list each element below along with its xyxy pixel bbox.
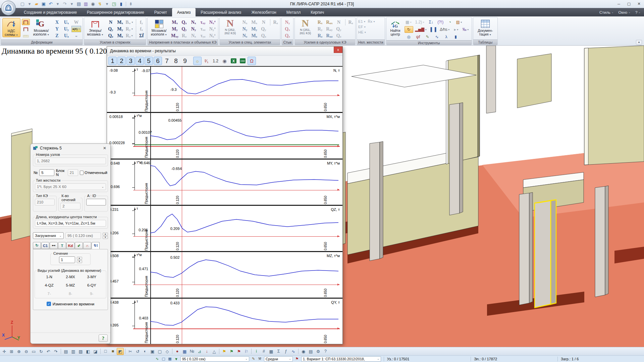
refresh-results-icon[interactable]: ↻ <box>405 26 413 33</box>
wall-small-top[interactable] <box>517 54 551 108</box>
help-button[interactable]: ? <box>99 335 108 342</box>
curve-toggle-1[interactable]: 1 <box>108 57 117 65</box>
highlight-curves-icon[interactable]: ☼ <box>193 57 202 65</box>
special-elements-forces-button[interactable]: NN (252,262 КЭ) <box>221 18 239 35</box>
fragment-cut-icon[interactable]: ✂ <box>127 348 134 355</box>
curve-toggle-9[interactable]: 9 <box>181 57 189 65</box>
force-button-nya[interactable]: Nya <box>208 26 217 32</box>
force-button-qx[interactable]: Qx <box>180 19 189 25</box>
e1-stiffness-button[interactable]: Е1▼ <box>358 19 366 23</box>
view-xz-icon[interactable]: ▥ <box>70 348 77 355</box>
ef-stiffness-button[interactable]: EF▼ <box>358 25 366 29</box>
nds-schemes-button[interactable]: НДСсхемы▼ <box>2 18 20 37</box>
force-button-z[interactable]: Z <box>53 33 61 39</box>
restore-fragment-icon[interactable]: ↺ <box>134 348 141 355</box>
force-button-ny[interactable]: Ny <box>283 19 292 25</box>
function-icon[interactable]: ƒ <box>282 348 289 355</box>
force-button-qz[interactable]: Qz <box>106 33 115 39</box>
force-button-qz[interactable]: Qz <box>259 33 268 39</box>
force-button-ny[interactable]: Ny <box>189 26 198 32</box>
force-button-rz[interactable]: Rz <box>270 19 279 25</box>
time-variation-checkbox[interactable]: ✓ <box>47 302 51 306</box>
view-iso-icon[interactable]: ◧ <box>85 348 92 355</box>
redo-dropdown-icon[interactable]: ▾ <box>69 1 75 7</box>
minimize-button[interactable]: ─ <box>614 1 624 7</box>
force-button-uz[interactable]: Uz <box>62 33 71 39</box>
tab-fork-icon[interactable]: ⇙ <box>75 242 83 249</box>
force-button-τxy[interactable]: τxy <box>199 19 207 25</box>
force-button-rz[interactable]: Rz <box>345 19 354 25</box>
wall-left[interactable] <box>11 131 32 241</box>
save-icon[interactable]: ▣ <box>41 1 47 7</box>
loadcase-select[interactable]: Загружения⌄ <box>33 232 64 239</box>
flag-yellow-icon[interactable]: ⚑ <box>221 348 228 355</box>
element-number-field[interactable]: 5 <box>39 169 54 176</box>
percent-icon[interactable]: ‰▼ <box>462 26 470 33</box>
histogram-icon[interactable]: ▂▅▇▼ <box>414 26 429 33</box>
view-yz-icon[interactable]: ▨ <box>77 348 84 355</box>
tab-kd-icon[interactable]: Kd <box>66 242 74 249</box>
curve-toggle-2[interactable]: 2 <box>117 57 126 65</box>
documentation-button[interactable]: Докумен-тация▼ <box>475 18 496 37</box>
force-button-qz[interactable]: Qz <box>334 33 343 39</box>
prev-view-icon[interactable]: ↶ <box>45 348 52 355</box>
mosaic-isofields-deform-button[interactable]: GМозаика/изополя▼ <box>31 18 51 37</box>
graph-icon[interactable]: ∿ <box>290 348 297 355</box>
app-logo-icon[interactable] <box>1 1 16 15</box>
flag-red-icon[interactable]: ⚑ <box>235 348 243 355</box>
bars-icon[interactable]: ▌▐ <box>429 26 438 33</box>
paint-icon[interactable]: ✎ <box>423 34 432 40</box>
single-node-forces-button[interactable]: NN (251,261 КЭ) <box>296 18 314 35</box>
camera2-icon[interactable]: ◉ <box>300 348 307 355</box>
invert-selection-icon[interactable]: ◐ <box>142 348 149 355</box>
force-button-mz[interactable]: Mz <box>250 33 259 39</box>
mosaic-mode-icon[interactable]: ▦▼ <box>405 19 413 25</box>
force-button-nx[interactable]: Nx <box>240 19 249 25</box>
force-button-y[interactable]: Y <box>53 26 61 32</box>
tab-металл[interactable]: Металл <box>281 8 306 16</box>
statusbar-variant-combo[interactable]: 1. Вариант 1: СП 63.13330.2012/2018,⌄ <box>301 356 381 362</box>
force-button-qy[interactable]: Qy <box>106 26 115 32</box>
force-button-ruy[interactable]: Ruy <box>325 26 334 32</box>
section-number-field[interactable]: 1 <box>59 256 75 263</box>
curve-toggle-6[interactable]: 6 <box>154 57 162 65</box>
measure-deform-button[interactable] <box>22 33 30 39</box>
loadcase-spinner[interactable]: ▲▼ <box>103 233 108 239</box>
table-view-icon[interactable]: ▦ <box>268 348 275 355</box>
force-button-nz[interactable]: Nz <box>240 33 249 39</box>
force-button-qz[interactable]: Qz <box>283 33 292 39</box>
column-3-front[interactable] <box>449 103 460 215</box>
maximize-button[interactable]: ▢ <box>624 1 634 7</box>
decimal-places-button[interactable]: 1.2 <box>211 57 220 65</box>
frame-deformed-button[interactable] <box>22 19 30 25</box>
palette-icon[interactable]: ▨▼ <box>455 19 464 25</box>
results-window-titlebar[interactable]: Динамика во времени - результаты x <box>107 47 342 56</box>
check-result-icon[interactable]: (?!) <box>436 19 445 25</box>
force-button-my[interactable]: My <box>170 26 179 32</box>
force-button-rux[interactable]: Rux <box>325 19 334 25</box>
column-6-front[interactable] <box>595 186 605 297</box>
select-all-icon[interactable]: ▣ <box>149 348 156 355</box>
new-dropdown-icon[interactable]: ▾ <box>26 1 33 7</box>
force-button-rz[interactable]: Rz▼ <box>125 33 134 39</box>
timer-icon[interactable]: ◔ <box>445 19 454 25</box>
local-axes-icon[interactable]: ⊿ <box>196 348 203 355</box>
column-6-side[interactable] <box>605 186 608 295</box>
tab-time-graph-icon[interactable]: ↯t <box>92 242 100 249</box>
status-display-icon[interactable]: ▦ <box>167 356 173 362</box>
force-button-rz[interactable]: Rz <box>180 33 189 39</box>
menu-Окно[interactable]: Окно⌄ <box>618 10 630 14</box>
scale-graph-icon[interactable]: ²∕₁ <box>202 57 211 65</box>
find-center-button[interactable]: GНайтицентр <box>388 18 403 36</box>
column-4-front[interactable] <box>486 46 496 113</box>
status-graph-icon[interactable]: ∿ <box>154 356 160 362</box>
force-button-fy[interactable]: fy <box>136 19 145 25</box>
status-pencil-icon[interactable]: ✎ <box>250 356 257 362</box>
wireframe-icon[interactable]: □ <box>102 348 109 355</box>
tab-расчет[interactable]: Расчет <box>149 8 172 16</box>
tab-bridge-icon[interactable]: ∩ <box>83 242 91 249</box>
show-nodes-icon[interactable]: ● <box>174 348 181 355</box>
force-button-mz[interactable]: Mz <box>116 33 124 39</box>
force-button-n[interactable]: N <box>334 19 343 25</box>
force-button-ux[interactable]: Ux <box>62 19 71 25</box>
